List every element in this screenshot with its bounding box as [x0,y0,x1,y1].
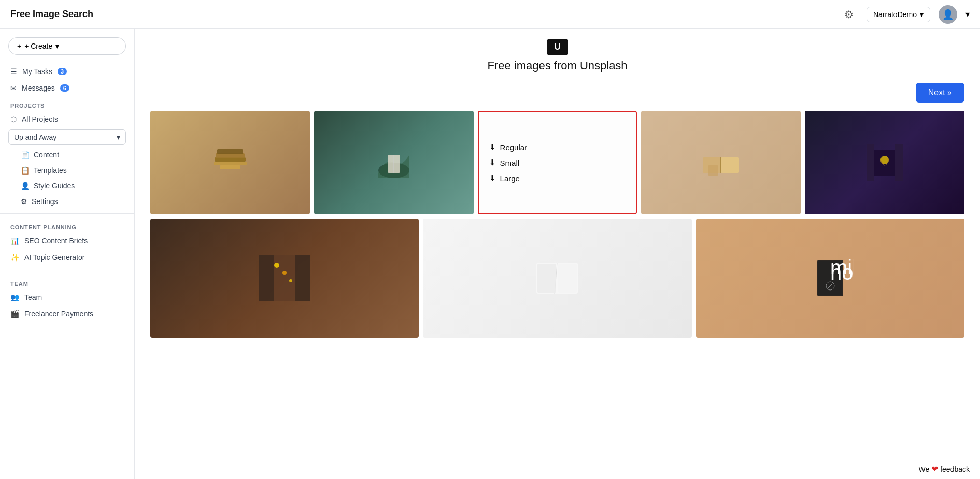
main-page-title: Free images from Unsplash [150,59,964,72]
document-icon: 📄 [21,151,30,159]
image-2-placeholder [314,111,474,214]
sidebar-sub-item-templates[interactable]: 📋 Templates [0,163,134,178]
svg-rect-8 [721,157,739,173]
svg-rect-4 [220,165,240,169]
feedback-bar[interactable]: We ❤ feedback [918,464,970,474]
settings-icon: ⚙ [21,197,27,206]
image-cell-7[interactable] [423,219,691,338]
gear-icon: ⚙ [844,8,854,21]
payment-icon: 🎬 [10,310,19,318]
image-cell-1[interactable] [150,111,310,214]
chevron-down-icon: ▾ [920,10,924,19]
top-navigation: Free Image Search ⚙ NarratoDemo ▾ 👤 ▾ [0,0,980,29]
template-icon: 📋 [21,166,30,175]
sidebar-sub-item-settings[interactable]: ⚙ Settings [0,194,134,209]
team-icon: 👥 [10,293,19,301]
image-8-placeholder: milk and honey [696,219,964,338]
main-layout: + + Create ▾ ☰ My Tasks 3 ✉ Messages 6 P… [0,29,980,479]
image-grid-row1: ⬇ Regular ⬇ Small ⬇ Large [150,111,964,214]
content-planning-section-label: CONTENT PLANNING [0,218,134,233]
image-7-placeholder [423,219,691,338]
create-chevron-icon: ▾ [55,42,59,50]
create-button-label: + Create [24,42,52,50]
download-large-label: Large [500,174,520,183]
image-cell-2[interactable] [314,111,474,214]
seo-icon: 📊 [10,237,19,245]
user-chevron-icon: ▾ [965,9,970,19]
image-cell-5[interactable] [805,111,964,214]
my-tasks-label: My Tasks [22,67,52,76]
sidebar-item-all-projects[interactable]: ⬡ All Projects [0,111,134,127]
settings-label: Settings [32,197,58,206]
projects-section-label: PROJECTS [0,96,134,111]
image-cell-3[interactable]: ⬇ Regular ⬇ Small ⬇ Large [478,111,637,214]
messages-badge: 6 [60,84,69,92]
svg-point-20 [289,279,292,282]
sidebar: + + Create ▾ ☰ My Tasks 3 ✉ Messages 6 P… [0,29,135,479]
svg-point-18 [274,263,279,268]
main-content: U Free images from Unsplash Next » [135,29,980,479]
image-6-placeholder [150,219,419,338]
user-avatar[interactable]: 👤 [939,5,957,24]
style-guides-icon: 👤 [21,182,30,190]
svg-rect-15 [259,255,274,301]
next-label: Next » [928,88,952,97]
workspace-name: NarratoDemo [873,10,917,19]
messages-label: Messages [22,84,55,92]
seo-label: SEO Content Briefs [24,237,88,245]
download-regular-icon: ⬇ [489,142,496,152]
image-cell-8[interactable]: milk and honey [696,219,964,338]
create-button[interactable]: + + Create ▾ [8,37,126,55]
project-selector[interactable]: Up and Away ▾ [8,129,126,145]
svg-rect-17 [274,255,295,301]
ai-topic-label: AI Topic Generator [24,253,84,262]
page-header: U Free images from Unsplash [150,39,964,72]
image-grid-row2: milk and honey [150,219,964,338]
feedback-label: feedback [940,465,970,473]
sidebar-item-freelancer-payments[interactable]: 🎬 Freelancer Payments [0,306,134,322]
my-tasks-badge: 3 [58,68,67,75]
feedback-text: We [918,465,929,473]
image-cell-6[interactable] [150,219,419,338]
sidebar-item-my-tasks[interactable]: ☰ My Tasks 3 [0,63,134,80]
image-cell-4[interactable] [641,111,801,214]
sidebar-item-seo-briefs[interactable]: 📊 SEO Content Briefs [0,233,134,249]
settings-gear-button[interactable]: ⚙ [840,5,858,24]
templates-label: Templates [34,166,67,175]
next-button[interactable]: Next » [916,83,964,103]
current-project-name: Up and Away [14,133,56,141]
team-label: Team [24,293,42,301]
team-section-label: TEAM [0,274,134,289]
download-large-option[interactable]: ⬇ Large [489,173,520,183]
next-button-row: Next » [150,83,964,103]
download-regular-label: Regular [500,143,528,152]
sidebar-item-team[interactable]: 👥 Team [0,289,134,306]
sidebar-divider-2 [0,270,134,270]
freelancer-payments-label: Freelancer Payments [24,310,93,318]
svg-rect-10 [708,165,718,176]
ai-icon: ✨ [10,253,19,262]
image-4-placeholder [641,111,801,214]
download-popup: ⬇ Regular ⬇ Small ⬇ Large [478,111,637,214]
svg-rect-23 [558,264,577,293]
plus-icon: + [17,42,21,50]
nav-right-actions: ⚙ NarratoDemo ▾ 👤 ▾ [840,5,970,24]
heart-icon: ❤ [931,464,938,474]
download-regular-option[interactable]: ⬇ Regular [489,142,528,152]
sidebar-item-ai-topic-generator[interactable]: ✨ AI Topic Generator [0,249,134,266]
image-5-placeholder [805,111,964,214]
user-icon: 👤 [942,9,954,20]
sidebar-sub-item-content[interactable]: 📄 Content [0,147,134,163]
svg-text:honey: honey [830,261,854,284]
download-small-option[interactable]: ⬇ Small [489,158,520,167]
workspace-selector[interactable]: NarratoDemo ▾ [867,7,930,22]
svg-rect-11 [867,144,874,181]
image-1-placeholder [150,111,310,214]
unsplash-icon: U [547,39,568,55]
sidebar-sub-item-style-guides[interactable]: 👤 Style Guides [0,178,134,194]
svg-point-19 [282,271,287,275]
download-small-icon: ⬇ [489,158,496,167]
content-label: Content [34,151,59,159]
page-title: Free Image Search [10,9,93,20]
sidebar-item-messages[interactable]: ✉ Messages 6 [0,80,134,96]
